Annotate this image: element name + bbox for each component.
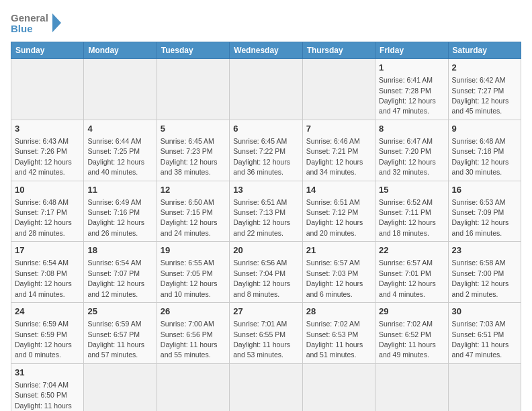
svg-text:Blue: Blue xyxy=(11,23,33,34)
day-info: Sunrise: 6:41 AM Sunset: 7:28 PM Dayligh… xyxy=(379,76,436,115)
logo: GeneralBlue xyxy=(11,11,64,35)
day-info: Sunrise: 6:47 AM Sunset: 7:20 PM Dayligh… xyxy=(379,137,436,176)
day-number: 14 xyxy=(306,184,371,196)
day-number: 5 xyxy=(161,123,226,135)
day-info: Sunrise: 6:48 AM Sunset: 7:18 PM Dayligh… xyxy=(452,137,509,176)
weekday-header-row: SundayMondayTuesdayWednesdayThursdayFrid… xyxy=(11,42,521,59)
day-cell: 17Sunrise: 6:54 AM Sunset: 7:08 PM Dayli… xyxy=(11,242,84,303)
day-cell: 2Sunrise: 6:42 AM Sunset: 7:27 PM Daylig… xyxy=(448,59,521,120)
day-cell xyxy=(84,363,157,411)
day-info: Sunrise: 6:46 AM Sunset: 7:21 PM Dayligh… xyxy=(306,137,363,176)
day-info: Sunrise: 6:55 AM Sunset: 7:05 PM Dayligh… xyxy=(161,259,218,298)
weekday-header-sunday: Sunday xyxy=(11,42,84,59)
week-row-5: 31Sunrise: 7:04 AM Sunset: 6:50 PM Dayli… xyxy=(11,363,521,411)
day-cell: 1Sunrise: 6:41 AM Sunset: 7:28 PM Daylig… xyxy=(375,59,448,120)
week-row-4: 24Sunrise: 6:59 AM Sunset: 6:59 PM Dayli… xyxy=(11,303,521,364)
weekday-header-monday: Monday xyxy=(84,42,157,59)
day-number: 13 xyxy=(233,184,298,196)
day-cell: 18Sunrise: 6:54 AM Sunset: 7:07 PM Dayli… xyxy=(84,242,157,303)
day-cell: 31Sunrise: 7:04 AM Sunset: 6:50 PM Dayli… xyxy=(11,363,84,411)
day-cell: 29Sunrise: 7:02 AM Sunset: 6:52 PM Dayli… xyxy=(375,303,448,364)
day-cell: 4Sunrise: 6:44 AM Sunset: 7:25 PM Daylig… xyxy=(84,120,157,181)
logo-svg: GeneralBlue xyxy=(11,11,64,35)
day-cell: 15Sunrise: 6:52 AM Sunset: 7:11 PM Dayli… xyxy=(375,181,448,242)
day-number: 2 xyxy=(452,62,517,74)
day-info: Sunrise: 6:45 AM Sunset: 7:22 PM Dayligh… xyxy=(233,137,290,176)
day-info: Sunrise: 7:04 AM Sunset: 6:50 PM Dayligh… xyxy=(15,381,72,411)
day-number: 9 xyxy=(452,123,517,135)
day-info: Sunrise: 7:00 AM Sunset: 6:56 PM Dayligh… xyxy=(161,320,218,359)
day-info: Sunrise: 6:58 AM Sunset: 7:00 PM Dayligh… xyxy=(452,259,509,298)
day-info: Sunrise: 6:52 AM Sunset: 7:11 PM Dayligh… xyxy=(379,198,436,237)
day-info: Sunrise: 6:57 AM Sunset: 7:03 PM Dayligh… xyxy=(306,259,363,298)
day-cell xyxy=(157,363,229,411)
weekday-header-thursday: Thursday xyxy=(302,42,375,59)
weekday-header-tuesday: Tuesday xyxy=(157,42,229,59)
day-cell: 9Sunrise: 6:48 AM Sunset: 7:18 PM Daylig… xyxy=(448,120,521,181)
day-cell xyxy=(302,363,375,411)
day-cell: 22Sunrise: 6:57 AM Sunset: 7:01 PM Dayli… xyxy=(375,242,448,303)
day-cell: 19Sunrise: 6:55 AM Sunset: 7:05 PM Dayli… xyxy=(157,242,229,303)
day-number: 6 xyxy=(233,123,298,135)
day-number: 15 xyxy=(379,184,444,196)
day-number: 8 xyxy=(379,123,444,135)
day-number: 19 xyxy=(161,244,226,257)
day-info: Sunrise: 6:54 AM Sunset: 7:07 PM Dayligh… xyxy=(87,259,144,298)
day-info: Sunrise: 6:43 AM Sunset: 7:26 PM Dayligh… xyxy=(15,137,72,176)
day-cell xyxy=(230,59,302,120)
day-cell: 5Sunrise: 6:45 AM Sunset: 7:23 PM Daylig… xyxy=(157,120,229,181)
day-cell: 23Sunrise: 6:58 AM Sunset: 7:00 PM Dayli… xyxy=(448,242,521,303)
week-row-2: 10Sunrise: 6:48 AM Sunset: 7:17 PM Dayli… xyxy=(11,181,521,242)
day-info: Sunrise: 6:50 AM Sunset: 7:15 PM Dayligh… xyxy=(161,198,218,237)
day-number: 20 xyxy=(233,244,298,257)
header: GeneralBlue xyxy=(11,11,521,35)
day-cell: 21Sunrise: 6:57 AM Sunset: 7:03 PM Dayli… xyxy=(302,242,375,303)
day-cell xyxy=(448,363,521,411)
day-number: 16 xyxy=(452,184,517,196)
day-cell: 13Sunrise: 6:51 AM Sunset: 7:13 PM Dayli… xyxy=(230,181,302,242)
day-info: Sunrise: 6:48 AM Sunset: 7:17 PM Dayligh… xyxy=(15,198,72,237)
day-cell: 3Sunrise: 6:43 AM Sunset: 7:26 PM Daylig… xyxy=(11,120,84,181)
day-info: Sunrise: 6:53 AM Sunset: 7:09 PM Dayligh… xyxy=(452,198,509,237)
day-number: 23 xyxy=(452,244,517,257)
day-number: 29 xyxy=(379,306,444,318)
day-cell xyxy=(230,363,302,411)
day-number: 24 xyxy=(15,306,80,318)
day-info: Sunrise: 6:59 AM Sunset: 6:57 PM Dayligh… xyxy=(87,320,144,359)
week-row-1: 3Sunrise: 6:43 AM Sunset: 7:26 PM Daylig… xyxy=(11,120,521,181)
day-number: 4 xyxy=(87,123,152,135)
day-cell xyxy=(11,59,84,120)
day-info: Sunrise: 7:02 AM Sunset: 6:53 PM Dayligh… xyxy=(306,320,363,359)
svg-marker-2 xyxy=(52,13,61,32)
day-cell xyxy=(84,59,157,120)
day-number: 1 xyxy=(379,62,444,74)
day-number: 28 xyxy=(306,306,371,318)
day-cell: 6Sunrise: 6:45 AM Sunset: 7:22 PM Daylig… xyxy=(230,120,302,181)
day-cell: 27Sunrise: 7:01 AM Sunset: 6:55 PM Dayli… xyxy=(230,303,302,364)
day-number: 25 xyxy=(87,306,152,318)
day-info: Sunrise: 7:03 AM Sunset: 6:51 PM Dayligh… xyxy=(452,320,509,359)
day-number: 17 xyxy=(15,244,80,257)
day-cell: 25Sunrise: 6:59 AM Sunset: 6:57 PM Dayli… xyxy=(84,303,157,364)
day-number: 30 xyxy=(452,306,517,318)
day-info: Sunrise: 6:56 AM Sunset: 7:04 PM Dayligh… xyxy=(233,259,290,298)
day-info: Sunrise: 6:42 AM Sunset: 7:27 PM Dayligh… xyxy=(452,76,509,115)
weekday-header-wednesday: Wednesday xyxy=(230,42,302,59)
day-cell xyxy=(375,363,448,411)
day-number: 12 xyxy=(161,184,226,196)
day-info: Sunrise: 6:49 AM Sunset: 7:16 PM Dayligh… xyxy=(87,198,144,237)
day-info: Sunrise: 7:02 AM Sunset: 6:52 PM Dayligh… xyxy=(379,320,436,359)
day-cell xyxy=(157,59,229,120)
day-number: 22 xyxy=(379,244,444,257)
day-cell: 30Sunrise: 7:03 AM Sunset: 6:51 PM Dayli… xyxy=(448,303,521,364)
day-number: 7 xyxy=(306,123,371,135)
day-number: 21 xyxy=(306,244,371,257)
day-info: Sunrise: 6:44 AM Sunset: 7:25 PM Dayligh… xyxy=(87,137,144,176)
day-cell: 20Sunrise: 6:56 AM Sunset: 7:04 PM Dayli… xyxy=(230,242,302,303)
day-info: Sunrise: 6:45 AM Sunset: 7:23 PM Dayligh… xyxy=(161,137,218,176)
day-cell: 7Sunrise: 6:46 AM Sunset: 7:21 PM Daylig… xyxy=(302,120,375,181)
day-number: 31 xyxy=(15,367,80,379)
day-info: Sunrise: 6:51 AM Sunset: 7:13 PM Dayligh… xyxy=(233,198,290,237)
day-cell: 14Sunrise: 6:51 AM Sunset: 7:12 PM Dayli… xyxy=(302,181,375,242)
day-number: 11 xyxy=(87,184,152,196)
